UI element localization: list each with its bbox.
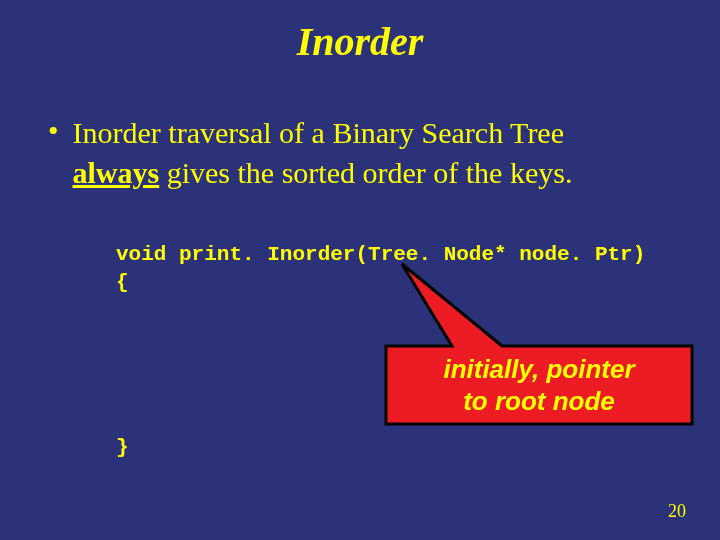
bullet-emph: always [73,156,160,189]
bullet-icon: • [48,113,59,149]
bullet-item: • Inorder traversal of a Binary Search T… [48,113,720,193]
callout-text: initially, pointer to root node [386,348,692,422]
callout-line1: initially, pointer [443,353,634,385]
code-close-brace: } [116,436,129,459]
bullet-line1: Inorder traversal of a Binary Search Tre… [73,116,564,149]
code-open-brace: { [116,271,129,294]
bullet-rest: gives the sorted order of the keys. [159,156,572,189]
callout-line2: to root node [463,385,615,417]
slide-title: Inorder [0,0,720,65]
slide: Inorder • Inorder traversal of a Binary … [0,0,720,540]
page-number: 20 [668,501,686,522]
callout: initially, pointer to root node [384,262,694,426]
bullet-text: Inorder traversal of a Binary Search Tre… [73,113,573,193]
